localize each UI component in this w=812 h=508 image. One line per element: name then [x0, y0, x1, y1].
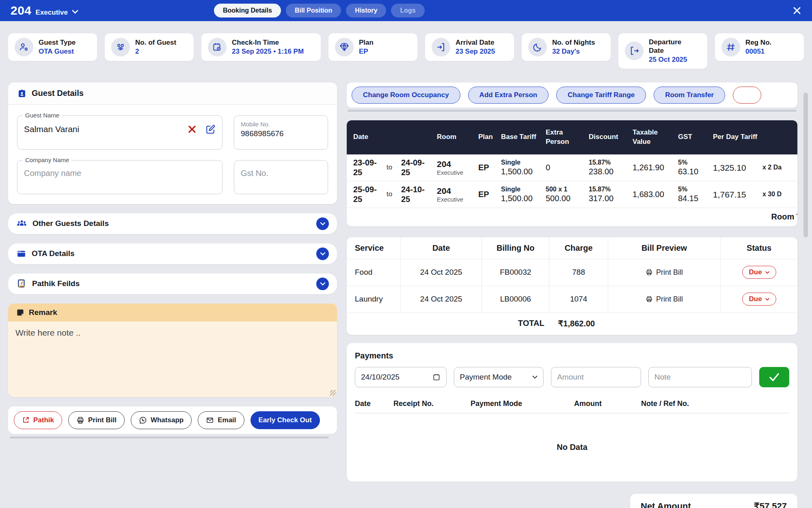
tab-booking-details[interactable]: Booking Details [214, 4, 281, 17]
gst-input[interactable] [241, 169, 321, 178]
net-amount-value: ₹57,527 [754, 501, 787, 508]
whatsapp-button[interactable]: Whatsapp [131, 411, 192, 429]
status-due-dropdown[interactable]: Due [742, 293, 776, 306]
room-type-label: Executive [36, 9, 68, 17]
card-value: 32 Day's [552, 47, 595, 56]
billing-no-cell: FB00032 [482, 259, 550, 286]
payment-mode-select[interactable]: Payment Mode [454, 367, 544, 387]
room-transfer-button[interactable]: Room Transfer [654, 87, 725, 104]
to-label: to [387, 190, 397, 198]
hash-icon [721, 38, 740, 56]
discount-cell: 15.87%317.00 [589, 185, 628, 204]
room-cell: 204Executive [437, 186, 474, 203]
group-icon [16, 218, 27, 229]
calendar-clock-icon [208, 38, 227, 56]
expand-pathik-fields-button[interactable] [316, 278, 329, 290]
tab-history[interactable]: History [346, 4, 386, 17]
users-icon [111, 38, 130, 56]
print-bill-link[interactable]: Print Bill [646, 268, 683, 277]
remark-textarea[interactable] [8, 321, 337, 397]
user-gear-icon [15, 38, 33, 56]
chevron-down-icon [72, 10, 78, 14]
payment-note-field[interactable] [648, 367, 752, 387]
room-selector[interactable]: 204 Executive [11, 4, 78, 17]
submit-payment-button[interactable] [759, 367, 789, 387]
service-table: Service Date Billing No Charge Bill Prev… [347, 237, 797, 335]
vertical-scrollbar[interactable] [803, 93, 808, 237]
resize-handle[interactable] [330, 390, 336, 396]
card-arrival-date: Arrival Date 23 Sep 2025 [425, 33, 514, 61]
status-due-dropdown[interactable]: Due [742, 266, 776, 279]
clear-guest-icon[interactable] [187, 124, 197, 134]
col-billing-no: Billing No [482, 237, 550, 259]
service-row: Laundry 24 Oct 2025 LB00006 1074 Print B… [347, 286, 797, 313]
base-tariff-cell: Single1,500.00 [501, 158, 542, 177]
payments-table-header: Date Receipt No. Payment Mode Amount Not… [355, 395, 789, 413]
col-payment-mode: Payment Mode [471, 399, 574, 408]
card-label: Departure Date [649, 38, 693, 55]
tab-bar: Booking Details Bill Position History Lo… [214, 4, 425, 17]
company-name-input[interactable] [24, 169, 216, 178]
add-extra-person-button[interactable]: Add Extra Person [468, 87, 549, 104]
accordion-ota-details[interactable]: OTA Details [8, 243, 337, 264]
expand-ota-details-button[interactable] [316, 247, 329, 260]
booking-summary-cards: Guest Type OTA Guest No. of Guest 2 Chec… [0, 21, 812, 69]
calendar-icon[interactable] [432, 373, 441, 381]
accordion-other-guests[interactable]: Other Guests Details [8, 213, 337, 234]
edit-guest-icon[interactable] [205, 124, 216, 135]
note-input[interactable] [654, 373, 746, 382]
card-label: Guest Type [39, 38, 76, 47]
card-value: 00051 [745, 47, 771, 56]
accordion-pathik-fields[interactable]: Pathik Feilds [8, 274, 337, 294]
taxable-cell: 1,261.90 [633, 163, 674, 172]
guest-name-label: Guest Name [22, 112, 62, 119]
mobile-field[interactable]: Mobile No. 9868985676 [234, 115, 328, 150]
print-bill-link[interactable]: Print Bill [646, 295, 683, 304]
gst-cell: 5%84.15 [678, 185, 709, 204]
guest-name-field[interactable]: Guest Name Salman Varani [17, 115, 222, 150]
departure-icon [625, 41, 644, 60]
col-discount: Discount [589, 132, 628, 142]
tab-bill-position[interactable]: Bill Position [286, 4, 341, 17]
booking-actions-strip: Change Room Occupancy Add Extra Person C… [347, 82, 797, 108]
charge-cell: 1074 [549, 286, 608, 313]
payment-date-field[interactable]: 24/10/2025 [355, 367, 447, 387]
to-label: to [387, 163, 397, 172]
card-value: OTA Guest [39, 47, 76, 56]
taxable-cell: 1,683.00 [633, 189, 674, 199]
tab-logs[interactable]: Logs [391, 4, 424, 17]
remark-body [8, 321, 337, 397]
amount-input[interactable] [557, 373, 635, 382]
discount-cell: 15.87%238.00 [589, 158, 628, 177]
col-gst: GST [678, 132, 709, 142]
expand-other-guests-button[interactable] [316, 217, 329, 230]
change-tariff-range-button[interactable]: Change Tariff Range [556, 87, 646, 104]
card-guest-type: Guest Type OTA Guest [8, 33, 97, 61]
gst-field[interactable] [234, 160, 328, 194]
check-icon [769, 373, 780, 382]
col-date: Date [353, 132, 433, 142]
id-badge-icon [17, 89, 27, 98]
days-cell: x 2 Da [762, 163, 791, 172]
change-room-occupancy-button[interactable]: Change Room Occupancy [352, 87, 460, 104]
email-button[interactable]: Email [198, 411, 244, 429]
remark-title: Remark [29, 308, 57, 317]
card-value: EP [359, 47, 374, 56]
ota-card-icon [16, 249, 26, 259]
extra-person-cell: 500 x 1500.00 [546, 185, 585, 204]
arrival-icon [432, 38, 450, 56]
clipped-action-button[interactable] [733, 87, 761, 104]
card-label: Check-In Time [232, 38, 304, 47]
close-icon[interactable] [793, 6, 801, 15]
pathik-button[interactable]: Pathik [14, 411, 62, 429]
horizontal-scrollbar[interactable] [348, 110, 797, 112]
card-value: 23 Sep 2025 [456, 47, 495, 56]
room-number: 204 [11, 4, 32, 17]
payment-date-value: 24/10/2025 [361, 373, 400, 382]
per-day-cell: 1,325.10 [713, 163, 758, 173]
horizontal-scrollbar[interactable] [10, 436, 329, 439]
company-name-field[interactable]: Company Name [17, 160, 222, 194]
payment-amount-field[interactable] [551, 367, 641, 387]
early-check-out-button[interactable]: Early Check Out [251, 411, 320, 429]
print-bill-button[interactable]: Print Bill [68, 411, 125, 429]
